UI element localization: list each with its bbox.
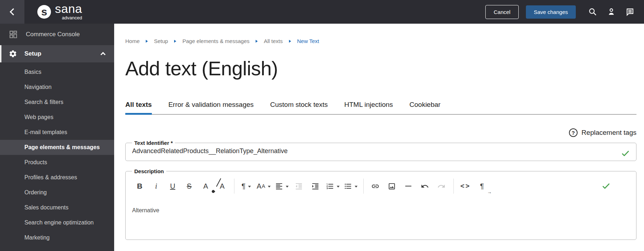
breadcrumb-arrow-icon — [174, 40, 176, 43]
tab-custom-stock-texts[interactable]: Custom stock texts — [270, 101, 328, 115]
toolbar-divider — [234, 179, 234, 194]
clear-formatting-icon[interactable]: A — [216, 179, 228, 193]
chevron-down-icon — [286, 186, 289, 188]
help-icon: ? — [569, 128, 578, 137]
underline-icon[interactable]: U — [167, 179, 179, 193]
breadcrumb-setup[interactable]: Setup — [154, 38, 168, 44]
description-editor-content[interactable]: Alternative — [131, 198, 630, 214]
breadcrumb: Home Setup Page elements & messages All … — [125, 38, 636, 44]
tab-bar: All texts Error & validation messages Cu… — [125, 101, 636, 115]
sidebar-item-email-templates[interactable]: E-mail templates — [0, 125, 114, 140]
sana-logo-icon: s — [37, 5, 51, 19]
text-identifier-field: Text Identifier * — [125, 140, 636, 161]
strikethrough-icon[interactable]: S — [183, 179, 195, 193]
sidebar-item-basics[interactable]: Basics — [0, 65, 114, 80]
replacement-tags-link[interactable]: ? Replacement tags — [125, 128, 636, 137]
back-button[interactable] — [0, 0, 24, 24]
redo-icon[interactable] — [435, 179, 448, 193]
breadcrumb-arrow-icon — [146, 40, 148, 43]
tab-cookiebar[interactable]: Cookiebar — [410, 101, 441, 115]
tab-error-validation-messages[interactable]: Error & validation messages — [168, 101, 254, 115]
cancel-button[interactable]: Cancel — [485, 5, 519, 19]
link-icon[interactable] — [369, 179, 382, 193]
bold-icon[interactable]: B — [134, 179, 146, 193]
breadcrumb-page-elements[interactable]: Page elements & messages — [182, 38, 249, 44]
gear-icon — [9, 49, 17, 58]
sidebar-item-commerce-console[interactable]: Commerce Console — [0, 24, 114, 45]
code-view-icon[interactable]: <> — [459, 179, 472, 193]
chevron-down-icon — [337, 186, 340, 188]
paragraph-format-icon[interactable]: ¶ — [240, 179, 252, 193]
sidebar-item-ordering[interactable]: Ordering — [0, 185, 114, 200]
sidebar-item-sales-documents[interactable]: Sales documents — [0, 200, 114, 215]
brand-subtitle: advanced — [62, 15, 82, 20]
horizontal-line-icon[interactable] — [402, 179, 415, 193]
identifier-valid-check-icon — [621, 149, 630, 158]
sidebar-item-profiles-addresses[interactable]: Profiles & addresses — [0, 170, 114, 185]
rich-text-toolbar: B i U S A A ¶ AA — [131, 174, 630, 198]
breadcrumb-arrow-icon — [256, 40, 258, 43]
text-direction-icon[interactable]: ¶→ — [476, 179, 488, 193]
setup-submenu: Basics Navigation Search & filters Web p… — [0, 65, 114, 245]
description-field: Description B i U S A A ¶ AA — [125, 168, 636, 240]
breadcrumb-home[interactable]: Home — [125, 38, 140, 44]
description-label: Description — [132, 168, 166, 174]
sidebar-item-seo[interactable]: Search engine optimization — [0, 215, 114, 230]
search-icon[interactable] — [588, 7, 597, 16]
sidebar-setup-label: Setup — [24, 50, 41, 57]
tab-all-texts[interactable]: All texts — [125, 101, 152, 115]
unordered-list-icon[interactable] — [344, 179, 358, 193]
font-size-icon[interactable]: AA — [257, 179, 271, 193]
chevron-left-icon — [10, 8, 17, 15]
indent-icon[interactable] — [309, 179, 322, 193]
sidebar-section-setup[interactable]: Setup — [0, 45, 114, 62]
breadcrumb-arrow-icon — [289, 40, 291, 43]
undo-icon[interactable] — [419, 179, 431, 193]
sidebar-item-navigation[interactable]: Navigation — [0, 80, 114, 95]
breadcrumb-current: New Text — [297, 38, 319, 44]
breadcrumb-all-texts[interactable]: All texts — [264, 38, 283, 44]
feedback-chat-icon[interactable] — [625, 7, 635, 16]
user-account-icon[interactable] — [607, 7, 616, 16]
toolbar-divider — [363, 179, 364, 194]
chevron-down-icon — [355, 186, 358, 188]
text-identifier-input[interactable] — [131, 147, 598, 157]
sidebar-console-label: Commerce Console — [26, 31, 80, 38]
image-icon[interactable] — [386, 179, 398, 193]
dashboard-grid-icon — [9, 30, 18, 39]
brand-name: sana — [55, 3, 82, 14]
chevron-up-icon — [101, 52, 106, 57]
text-color-icon[interactable]: A — [200, 179, 212, 193]
tab-html-injections[interactable]: HTML injections — [344, 101, 393, 115]
page-title: Add text (English) — [125, 57, 636, 80]
text-identifier-label: Text Identifier * — [132, 140, 175, 146]
top-bar: s sana advanced Cancel Save changes — [0, 0, 644, 24]
sidebar-item-products[interactable]: Products — [0, 155, 114, 170]
sidebar-item-marketing[interactable]: Marketing — [0, 230, 114, 245]
align-left-icon[interactable] — [275, 179, 289, 193]
description-valid-check-icon — [602, 182, 610, 190]
main-content: Home Setup Page elements & messages All … — [114, 24, 644, 251]
sidebar-item-search-filters[interactable]: Search & filters — [0, 95, 114, 110]
outdent-icon[interactable] — [293, 179, 305, 193]
sidebar-item-page-elements-messages[interactable]: Page elements & messages — [0, 140, 114, 155]
ordered-list-icon[interactable] — [326, 179, 340, 193]
sidebar-item-web-pages[interactable]: Web pages — [0, 110, 114, 125]
italic-icon[interactable]: i — [150, 179, 162, 193]
chevron-down-icon — [268, 186, 271, 188]
sana-logo: s sana advanced — [37, 3, 82, 21]
chevron-down-icon — [248, 186, 251, 188]
save-changes-button[interactable]: Save changes — [526, 5, 576, 19]
sidebar: Commerce Console Setup Basics Navigation… — [0, 24, 114, 251]
replacement-tags-label: Replacement tags — [582, 129, 636, 137]
toolbar-divider — [453, 179, 454, 194]
